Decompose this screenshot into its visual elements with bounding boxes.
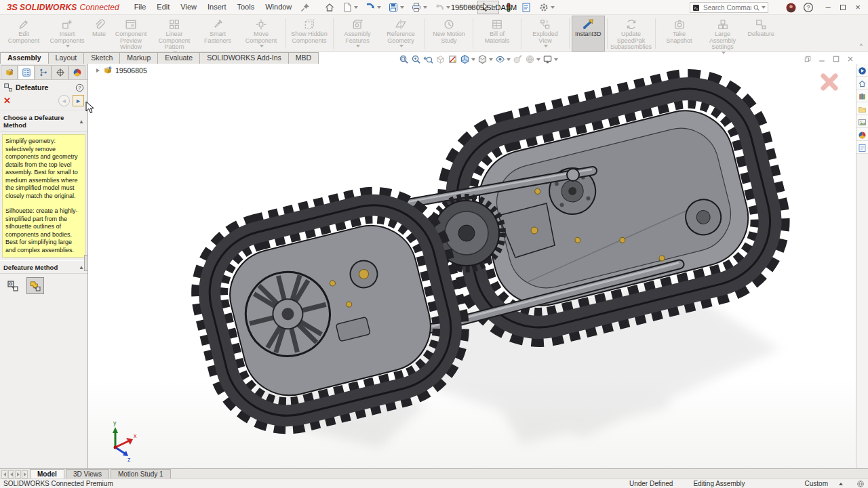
ribbon-button-assembly-features[interactable]: Assembly Features <box>336 16 379 52</box>
edit-appearance-button[interactable] <box>513 54 523 64</box>
collapse-chevron-icon[interactable]: ▲ <box>79 264 84 270</box>
ribbon-button-mate[interactable]: Mate <box>89 16 109 52</box>
3d-model-tracked-vehicle[interactable]: y x z <box>88 64 856 468</box>
manager-tab-propertymanager[interactable] <box>18 65 35 79</box>
panel-help-icon[interactable]: ? <box>75 83 84 92</box>
tab-markup[interactable]: Markup <box>119 52 158 64</box>
units-caret-icon[interactable] <box>839 483 843 485</box>
tab-assembly[interactable]: Assembly <box>0 52 49 64</box>
doc-maximize-button[interactable] <box>832 55 840 63</box>
assembly-features-dropdown-caret[interactable] <box>356 45 360 47</box>
expand-tree-icon[interactable] <box>96 68 100 73</box>
ribbon-button-insert-components[interactable]: Insert Components <box>45 16 89 52</box>
taskpane-file-explorer-button[interactable] <box>856 102 868 115</box>
doc-minimize-button[interactable] <box>818 55 826 63</box>
menu-edit[interactable]: Edit <box>151 0 175 14</box>
new-document-button[interactable] <box>339 1 361 14</box>
taskpane-appearances-scenes-button[interactable] <box>856 128 868 141</box>
manager-tab-dimxpertmanager[interactable] <box>52 65 68 79</box>
search-input[interactable] <box>702 3 753 12</box>
move-component-dropdown-caret[interactable] <box>260 45 264 47</box>
assembly-breadcrumb[interactable]: 19506805 <box>96 66 147 75</box>
ribbon-button-take-snapshot[interactable]: Take Snapshot <box>658 16 701 52</box>
undo-button[interactable] <box>431 1 453 14</box>
unit-system[interactable]: Custom <box>805 480 828 487</box>
menu-tools[interactable]: Tools <box>232 0 260 14</box>
graphics-area[interactable]: 19506805 <box>88 64 856 468</box>
view-settings-button[interactable] <box>542 54 558 64</box>
tab-mbd[interactable]: MBD <box>288 52 319 64</box>
undo-dropdown-caret[interactable] <box>446 6 450 9</box>
ribbon-button-reference-geometry[interactable]: Reference Geometry <box>379 16 422 52</box>
large-assembly-settings-dropdown-caret[interactable] <box>722 52 726 54</box>
last-tab-button[interactable] <box>22 470 28 479</box>
doc-tab-model[interactable]: Model <box>30 469 64 479</box>
options-dropdown-caret[interactable] <box>551 6 555 9</box>
method-silhouette-button[interactable] <box>26 277 44 294</box>
open-dropdown-caret[interactable] <box>377 6 381 9</box>
display-style-dropdown-caret[interactable] <box>489 58 493 61</box>
ribbon-button-edit-component[interactable]: Edit Component <box>2 16 45 52</box>
save-dropdown-caret[interactable] <box>400 6 404 9</box>
collapse-chevron-icon[interactable]: ▲ <box>79 119 84 125</box>
menu-file[interactable]: File <box>129 0 152 14</box>
close-button[interactable]: × <box>850 0 865 15</box>
zoom-to-area-button[interactable] <box>411 54 421 64</box>
ribbon-button-exploded-view[interactable]: Exploded View <box>524 16 567 52</box>
annotation-views-button[interactable] <box>448 54 458 64</box>
ribbon-collapse-chevron[interactable]: ^ <box>860 43 863 49</box>
search-commands-box[interactable] <box>690 2 768 13</box>
ribbon-button-new-motion-study[interactable]: New Motion Study <box>427 16 471 52</box>
next-page-button[interactable]: ► <box>73 95 84 106</box>
doc-tab-3d-views[interactable]: 3D Views <box>66 469 109 479</box>
menu-view[interactable]: View <box>175 0 202 14</box>
open-button[interactable] <box>362 1 384 14</box>
manager-tab-configurationmanager[interactable] <box>35 65 52 79</box>
ribbon-button-update-speedpak-subassemblies[interactable]: Update SpeedPak Subassemblies <box>610 16 653 52</box>
options-button[interactable] <box>536 1 557 14</box>
new-document-dropdown-caret[interactable] <box>354 6 358 9</box>
tab-layout[interactable]: Layout <box>48 52 85 64</box>
print-dropdown-caret[interactable] <box>423 6 427 9</box>
menu-window[interactable]: Window <box>260 0 297 14</box>
ribbon-button-linear-component-pattern[interactable]: Linear Component Pattern <box>153 16 196 52</box>
print-button[interactable] <box>408 1 430 14</box>
doc-tab-motion-study-1[interactable]: Motion Study 1 <box>111 469 171 479</box>
search-icon[interactable] <box>753 4 760 12</box>
reference-geometry-dropdown-caret[interactable] <box>399 45 403 47</box>
apply-scene-button[interactable] <box>525 54 540 64</box>
manager-tab-featuremanager-tree[interactable] <box>1 65 18 79</box>
taskpane-view-palette-button[interactable] <box>856 115 868 128</box>
help-icon[interactable]: ? <box>803 2 814 13</box>
taskpane-3dexperience-button[interactable] <box>856 64 868 77</box>
previous-view-button[interactable] <box>423 54 433 64</box>
method-simplify-geometry-button[interactable] <box>4 277 22 294</box>
next-tab-button[interactable] <box>15 470 21 479</box>
pin-icon[interactable] <box>300 2 311 13</box>
tab-solidworks-add-ins[interactable]: SOLIDWORKS Add-Ins <box>199 52 289 64</box>
user-avatar[interactable] <box>786 3 796 13</box>
taskpane-design-library-button[interactable] <box>856 89 868 102</box>
menu-insert[interactable]: Insert <box>202 0 232 14</box>
ribbon-button-defeature[interactable]: Defeature <box>745 16 778 52</box>
taskpane-custom-properties-button[interactable] <box>856 141 868 154</box>
tags-globe-icon[interactable] <box>856 480 865 488</box>
view-orientation-button[interactable] <box>460 54 475 64</box>
file-properties-button[interactable] <box>518 1 534 14</box>
zoom-to-fit-button[interactable] <box>399 54 409 64</box>
ribbon-button-instant3d[interactable]: Instant3D <box>572 16 605 52</box>
apply-scene-dropdown-caret[interactable] <box>536 58 540 61</box>
ribbon-button-bill-of-materials[interactable]: Bill of Materials <box>475 16 519 52</box>
first-tab-button[interactable] <box>1 470 7 479</box>
ribbon-button-move-component[interactable]: Move Component <box>239 16 283 52</box>
display-style-button[interactable] <box>477 54 493 64</box>
ribbon-button-smart-fasteners[interactable]: Smart Fasteners <box>196 16 239 52</box>
hide-show-items-button[interactable] <box>495 54 511 64</box>
ribbon-button-show-hidden-components[interactable]: Show Hidden Components <box>288 16 331 52</box>
insert-components-dropdown-caret[interactable] <box>66 45 70 47</box>
maximize-button[interactable] <box>835 0 850 15</box>
home-button[interactable] <box>321 1 338 14</box>
taskpane-solidworks-resources-button[interactable] <box>856 77 868 89</box>
doc-restore-button[interactable] <box>804 55 812 63</box>
confirmation-corner-cancel-icon[interactable] <box>819 72 840 92</box>
